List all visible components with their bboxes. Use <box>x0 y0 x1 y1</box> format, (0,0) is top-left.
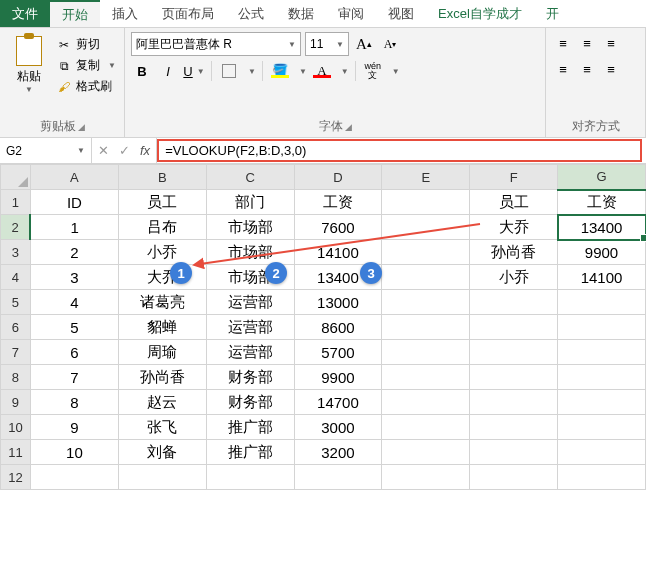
cell[interactable] <box>382 240 470 265</box>
row-header[interactable]: 2 <box>1 215 31 240</box>
cell[interactable]: 1 <box>30 215 118 240</box>
cell[interactable]: 5 <box>30 315 118 340</box>
cell[interactable] <box>294 465 382 490</box>
cell[interactable] <box>382 415 470 440</box>
cell[interactable]: 吕布 <box>118 215 206 240</box>
cell[interactable]: 员工 <box>118 190 206 215</box>
tab-custom2[interactable]: 开 <box>534 0 571 27</box>
phonetic-button[interactable]: wén 文 <box>362 60 384 82</box>
cell[interactable] <box>470 390 558 415</box>
fill-dropdown[interactable]: ▼ <box>299 67 307 76</box>
name-box[interactable]: G2 ▼ <box>0 138 92 163</box>
cell[interactable] <box>558 465 646 490</box>
tab-page-layout[interactable]: 页面布局 <box>150 0 226 27</box>
row-header[interactable]: 4 <box>1 265 31 290</box>
cell[interactable]: 4 <box>30 290 118 315</box>
cell[interactable]: 2 <box>30 240 118 265</box>
confirm-icon[interactable]: ✓ <box>119 143 130 158</box>
cell[interactable] <box>558 440 646 465</box>
formula-input[interactable]: =VLOOKUP(F2,B:D,3,0) <box>157 139 642 162</box>
cell[interactable] <box>118 465 206 490</box>
cell[interactable] <box>558 390 646 415</box>
grid[interactable]: A B C D E F G 1ID员工部门工资员工工资 21吕布市场部7600大… <box>0 164 646 490</box>
increase-font-button[interactable]: A▴ <box>353 33 375 55</box>
cell[interactable]: 孙尚香 <box>470 240 558 265</box>
cell[interactable]: 7 <box>30 365 118 390</box>
cell[interactable] <box>470 415 558 440</box>
align-center-button[interactable]: ≡ <box>576 58 598 80</box>
col-header-D[interactable]: D <box>294 165 382 190</box>
font-color-dropdown[interactable]: ▼ <box>341 67 349 76</box>
font-name-select[interactable]: 阿里巴巴普惠体 R ▼ <box>131 32 301 56</box>
paste-button[interactable]: 粘贴 ▼ <box>6 32 52 95</box>
row-header[interactable]: 12 <box>1 465 31 490</box>
cell[interactable]: ID <box>30 190 118 215</box>
tab-file[interactable]: 文件 <box>0 0 50 27</box>
row-header[interactable]: 9 <box>1 390 31 415</box>
cell[interactable] <box>382 290 470 315</box>
cell[interactable]: 运营部 <box>206 315 294 340</box>
cell[interactable]: 市场部 <box>206 240 294 265</box>
cell[interactable] <box>470 365 558 390</box>
copy-button[interactable]: ⧉ 复制 ▼ <box>56 57 116 74</box>
cell[interactable]: 诸葛亮 <box>118 290 206 315</box>
cell[interactable] <box>558 415 646 440</box>
cell[interactable] <box>558 365 646 390</box>
decrease-font-button[interactable]: A▾ <box>379 33 401 55</box>
cell[interactable]: 张飞 <box>118 415 206 440</box>
tab-home[interactable]: 开始 <box>50 0 100 27</box>
row-header[interactable]: 10 <box>1 415 31 440</box>
row-header[interactable]: 11 <box>1 440 31 465</box>
tab-view[interactable]: 视图 <box>376 0 426 27</box>
italic-button[interactable]: I <box>157 60 179 82</box>
border-dropdown[interactable]: ▼ <box>248 67 256 76</box>
cell[interactable] <box>470 290 558 315</box>
cell[interactable]: 市场部 <box>206 215 294 240</box>
align-top-button[interactable]: ≡ <box>552 32 574 54</box>
row-header[interactable]: 5 <box>1 290 31 315</box>
dialog-launcher-icon[interactable]: ◢ <box>345 122 352 132</box>
col-header-F[interactable]: F <box>470 165 558 190</box>
cell[interactable] <box>382 265 470 290</box>
cell[interactable]: 刘备 <box>118 440 206 465</box>
font-color-button[interactable]: A <box>311 60 333 82</box>
cell[interactable] <box>382 390 470 415</box>
copy-dropdown-icon[interactable]: ▼ <box>108 61 116 70</box>
cell[interactable]: 10 <box>30 440 118 465</box>
cell[interactable]: 财务部 <box>206 365 294 390</box>
cell[interactable] <box>558 315 646 340</box>
cell[interactable]: 6 <box>30 340 118 365</box>
cell[interactable] <box>382 440 470 465</box>
tab-formulas[interactable]: 公式 <box>226 0 276 27</box>
col-header-E[interactable]: E <box>382 165 470 190</box>
border-button[interactable] <box>218 60 240 82</box>
cell[interactable]: 14700 <box>294 390 382 415</box>
row-header[interactable]: 3 <box>1 240 31 265</box>
align-bottom-button[interactable]: ≡ <box>600 32 622 54</box>
cell[interactable] <box>558 290 646 315</box>
cell[interactable] <box>470 315 558 340</box>
col-header-B[interactable]: B <box>118 165 206 190</box>
cell[interactable]: 7600 <box>294 215 382 240</box>
format-painter-button[interactable]: 🖌 格式刷 <box>56 78 116 95</box>
cell[interactable] <box>382 365 470 390</box>
cell[interactable]: 推广部 <box>206 440 294 465</box>
cell[interactable]: 部门 <box>206 190 294 215</box>
cell[interactable]: 小乔 <box>470 265 558 290</box>
tab-custom[interactable]: Excel自学成才 <box>426 0 534 27</box>
align-left-button[interactable]: ≡ <box>552 58 574 80</box>
cell[interactable]: 5700 <box>294 340 382 365</box>
cell-selected[interactable]: 13400 <box>558 215 646 240</box>
align-middle-button[interactable]: ≡ <box>576 32 598 54</box>
col-header-G[interactable]: G <box>558 165 646 190</box>
cell[interactable]: 周瑜 <box>118 340 206 365</box>
cell[interactable]: 13400 <box>294 265 382 290</box>
cell[interactable]: 运营部 <box>206 340 294 365</box>
align-right-button[interactable]: ≡ <box>600 58 622 80</box>
cell[interactable]: 赵云 <box>118 390 206 415</box>
cell[interactable]: 财务部 <box>206 390 294 415</box>
cell[interactable]: 运营部 <box>206 290 294 315</box>
cell[interactable]: 工资 <box>558 190 646 215</box>
cell[interactable]: 工资 <box>294 190 382 215</box>
cell[interactable]: 9 <box>30 415 118 440</box>
